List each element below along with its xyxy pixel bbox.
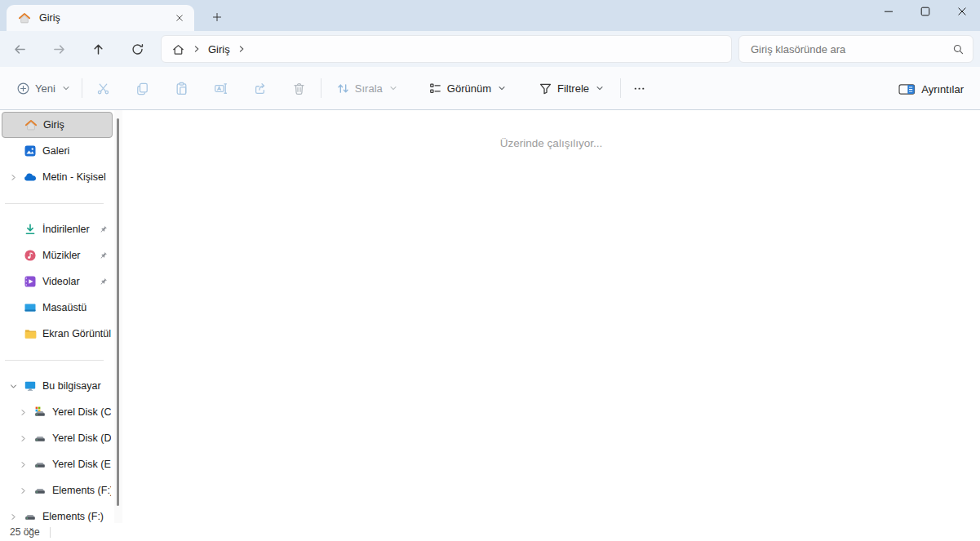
- close-button[interactable]: [943, 0, 980, 23]
- tab-close-icon[interactable]: [170, 8, 189, 28]
- details-pane-button[interactable]: Ayrıntılar: [892, 75, 970, 103]
- chevron-right-icon[interactable]: [13, 486, 33, 495]
- file-explorer-window: Giriş: [0, 0, 980, 541]
- desktop-icon: [23, 301, 37, 315]
- sidebar-item-disk-d[interactable]: Yerel Disk (D:): [2, 425, 113, 451]
- chevron-right-icon[interactable]: [3, 173, 23, 182]
- toolbar-separator: [620, 78, 621, 98]
- sidebar-item-screenshots[interactable]: Ekran Görüntüle: [2, 321, 113, 347]
- sidebar-item-elements-f[interactable]: Elements (F:): [2, 477, 113, 503]
- working-message: Üzerinde çalışılıyor...: [122, 137, 980, 149]
- breadcrumb-home-icon[interactable]: [171, 42, 185, 56]
- filter-label: Filtrele: [557, 82, 589, 95]
- disk-icon: [23, 510, 37, 524]
- chevron-down-icon: [498, 84, 506, 92]
- chevron-right-icon[interactable]: [13, 408, 33, 417]
- up-button[interactable]: [85, 36, 111, 62]
- sort-label: Sırala: [355, 82, 383, 95]
- computer-icon: [23, 379, 37, 393]
- sidebar-item-onedrive[interactable]: Metin - Kişisel: [2, 164, 113, 190]
- filter-button[interactable]: Filtrele: [529, 74, 614, 102]
- sidebar-scrollbar[interactable]: [114, 110, 122, 541]
- tab-label: Giriş: [39, 12, 170, 24]
- share-button[interactable]: [241, 74, 280, 102]
- breadcrumb-chevron-icon[interactable]: [193, 45, 201, 53]
- onedrive-cloud-icon: [23, 171, 37, 184]
- sidebar-divider: [0, 190, 114, 216]
- minimize-button[interactable]: [870, 0, 907, 23]
- more-options-button[interactable]: [623, 74, 655, 102]
- sidebar-item-disk-c[interactable]: Yerel Disk (C:): [2, 399, 113, 425]
- sidebar-item-disk-e[interactable]: Yerel Disk (E:): [2, 451, 113, 477]
- sidebar-item-videos[interactable]: Videolar: [2, 268, 113, 295]
- chevron-right-icon[interactable]: [13, 434, 33, 443]
- chevron-down-icon: [389, 84, 397, 92]
- sidebar-item-label: Müzikler: [42, 250, 98, 261]
- sidebar-item-label: Ekran Görüntüle: [42, 328, 111, 339]
- sidebar-item-home[interactable]: Giriş: [2, 112, 113, 138]
- sidebar-item-label: Videolar: [42, 276, 98, 287]
- pin-icon: [98, 224, 111, 235]
- delete-button[interactable]: [280, 74, 319, 102]
- sidebar-item-label: Elements (F:): [52, 485, 111, 496]
- scrollbar-thumb[interactable]: [117, 118, 119, 506]
- file-list-pane: Üzerinde çalışılıyor...: [122, 110, 980, 541]
- chevron-right-icon[interactable]: [13, 460, 33, 469]
- rename-button[interactable]: [202, 74, 241, 102]
- gallery-icon: [23, 144, 37, 158]
- music-icon: [23, 249, 37, 263]
- windows-disk-icon: [33, 406, 47, 419]
- explorer-tab[interactable]: Giriş: [7, 5, 194, 31]
- view-button[interactable]: Görünüm: [419, 74, 516, 102]
- navigation-bar: Giriş: [0, 31, 980, 67]
- new-tab-button[interactable]: [206, 7, 228, 28]
- disk-icon: [33, 484, 47, 498]
- details-label: Ayrıntılar: [921, 83, 964, 95]
- refresh-button[interactable]: [124, 36, 150, 62]
- disk-icon: [33, 432, 47, 446]
- back-button[interactable]: [7, 36, 33, 62]
- toolbar-separator: [82, 78, 82, 98]
- content-area: Giriş Galeri Metin - Kişisel: [0, 110, 980, 541]
- chevron-down-icon[interactable]: [3, 382, 23, 391]
- cut-button[interactable]: [84, 74, 123, 102]
- status-bar: 25 öğe: [0, 523, 980, 541]
- search-box: [738, 35, 973, 63]
- toolbar-separator: [321, 78, 321, 98]
- chevron-down-icon: [62, 84, 70, 92]
- sidebar-item-gallery[interactable]: Galeri: [2, 138, 113, 164]
- sidebar-item-label: Galeri: [42, 145, 111, 157]
- home-icon: [18, 11, 31, 24]
- details-pane-icon: [898, 82, 916, 96]
- maximize-button[interactable]: [907, 0, 943, 23]
- sort-button[interactable]: Sırala: [326, 74, 407, 102]
- sidebar-item-label: Masaüstü: [42, 302, 111, 313]
- search-icon[interactable]: [952, 43, 964, 55]
- filter-funnel-icon: [539, 82, 552, 95]
- paste-button[interactable]: [162, 74, 202, 102]
- sidebar-item-music[interactable]: Müzikler: [2, 242, 113, 268]
- search-input[interactable]: [749, 42, 952, 56]
- chevron-right-icon[interactable]: [3, 512, 23, 521]
- sidebar-item-label: Yerel Disk (D:): [52, 432, 111, 444]
- sidebar-divider: [0, 347, 114, 373]
- breadcrumb-chevron-icon[interactable]: [237, 45, 246, 53]
- view-list-icon: [428, 82, 442, 95]
- breadcrumb-item[interactable]: Giriş: [208, 43, 230, 55]
- sidebar-item-label: Yerel Disk (C:): [52, 406, 111, 418]
- new-plus-icon: [16, 82, 30, 95]
- sidebar-item-downloads[interactable]: İndirilenler: [2, 216, 113, 242]
- sidebar-item-this-pc[interactable]: Bu bilgisayar: [2, 373, 113, 399]
- copy-button[interactable]: [123, 74, 162, 102]
- disk-icon: [33, 458, 47, 472]
- titlebar: Giriş: [0, 0, 980, 31]
- home-icon: [24, 118, 38, 132]
- forward-button[interactable]: [46, 36, 72, 62]
- sidebar-item-label: Giriş: [43, 119, 110, 131]
- sidebar-item-desktop[interactable]: Masaüstü: [2, 295, 113, 321]
- sidebar-item-label: Metin - Kişisel: [42, 171, 111, 183]
- new-button[interactable]: Yeni: [7, 74, 80, 102]
- window-controls: [870, 0, 980, 23]
- address-bar[interactable]: Giriş: [161, 35, 732, 63]
- sidebar-item-label: İndirilenler: [42, 224, 98, 235]
